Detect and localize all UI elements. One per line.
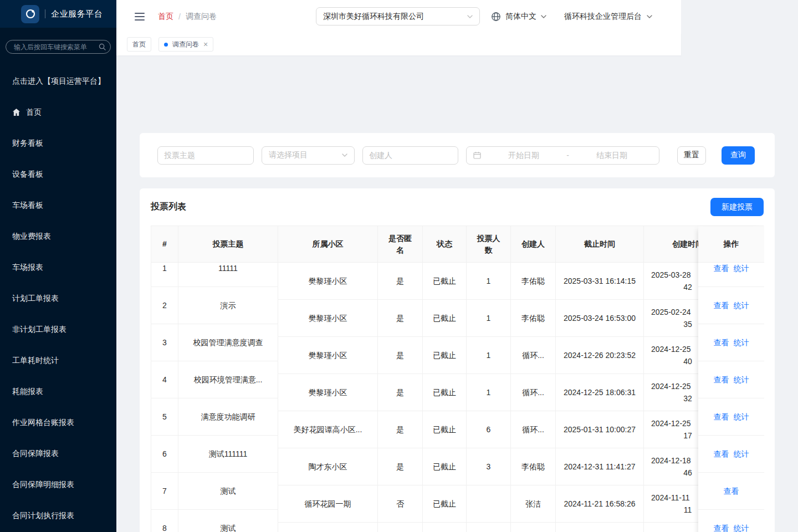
action-link[interactable]: 查看 (714, 522, 729, 532)
sidebar-menu: 点击进入【项目运营平台】首页财务看板设备看板车场看板物业费报表车场报表计划工单报… (0, 66, 116, 531)
create-vote-button[interactable]: 新建投票 (710, 198, 764, 216)
action-link[interactable]: 统计 (734, 411, 749, 423)
sidebar-item[interactable]: 合同保障明细报表 (0, 469, 116, 500)
cell-deadline: 2025-03-31 16:14:15 (556, 263, 644, 299)
cell-created: 2024-12-2517 (644, 411, 698, 448)
company-select[interactable]: 深圳市美好循环科技有限公司 (316, 7, 480, 25)
sidebar-item[interactable]: 财务看板 (0, 128, 116, 159)
action-link[interactable]: 查看 (714, 299, 729, 311)
active-dot-icon (164, 43, 168, 47)
cell-topic: 演示 (178, 287, 278, 324)
table-row: 8测试 (151, 510, 278, 532)
action-link[interactable]: 统计 (734, 263, 749, 274)
cell-created: 2025-02-2435 (644, 300, 698, 336)
table-row: 4校园环境管理满意... (151, 361, 278, 398)
sidebar-item-label: 点击进入【项目运营平台】 (12, 76, 105, 86)
sidebar-item[interactable]: 物业费报表 (0, 221, 116, 252)
sidebar-item[interactable]: 车场报表 (0, 252, 116, 283)
language-switcher[interactable]: 简体中文 (491, 0, 546, 33)
table-body-mid: 樊黎瑾小区是已截止1李佑聪2025-03-31 16:14:152025-03-… (278, 263, 698, 532)
cell-status: 已截止 (423, 263, 467, 299)
app-brand: 企业服务平台 (51, 9, 103, 19)
cell-voters: 6 (467, 411, 511, 448)
cell-index: 2 (151, 287, 178, 324)
sidebar-item-label: 作业网格台账报表 (12, 418, 74, 428)
sidebar-item[interactable]: 设备看板 (0, 159, 116, 190)
table-scroll-area[interactable]: 所属小区 是否匿名 状态 投票人数 创建人 截止时间 创建时间 樊黎瑾小区是已截… (278, 226, 698, 532)
action-link[interactable]: 统计 (734, 448, 749, 460)
sidebar-item[interactable]: 非计划工单报表 (0, 314, 116, 345)
sidebar-item[interactable]: 计划工单报表 (0, 283, 116, 314)
menu-search-input[interactable] (6, 40, 111, 54)
table-row: 樊黎瑾小区是已截止1李佑聪2025-03-24 16:53:002025-02-… (278, 300, 698, 337)
cell-voters (467, 485, 511, 522)
sidebar-item[interactable]: 作业网格台账报表 (0, 407, 116, 438)
sidebar-item-label: 车场看板 (12, 201, 43, 211)
action-link[interactable]: 统计 (734, 374, 749, 386)
menu-collapse-icon[interactable] (135, 13, 145, 21)
cell-creator: 循环... (511, 411, 556, 448)
cell-creator: 张洁 (511, 485, 556, 522)
table-row: 樊黎瑾小区是已截止1循环...2024-12-26 20:23:522024-1… (278, 337, 698, 374)
action-link[interactable]: 统计 (734, 336, 749, 349)
table-header-right: 操作 (698, 226, 764, 263)
cell-creator: 李佑聪 (511, 448, 556, 485)
workspace-switcher[interactable]: 循环科技企业管理后台 (564, 0, 652, 33)
cell-index: 5 (151, 398, 178, 435)
action-link[interactable]: 统计 (734, 522, 749, 532)
topbar: 首页 / 调查问卷 深圳市美好循环科技有限公司 简体中文 循环科技企业管理后台 (116, 0, 681, 33)
search-button[interactable]: 查询 (722, 146, 755, 165)
app-logo-icon (21, 5, 39, 23)
cell-voters: 1 (467, 374, 511, 411)
sidebar-item[interactable]: 点击进入【项目运营平台】 (0, 66, 116, 97)
sidebar-item[interactable]: 首页 (0, 97, 116, 128)
action-link[interactable]: 查看 (714, 374, 729, 386)
sidebar-item-label: 合同保障明细报表 (12, 480, 74, 490)
action-link[interactable]: 查看 (714, 336, 729, 349)
tab-home[interactable]: 首页 (127, 37, 151, 52)
cell-community: 樊黎瑾小区 (278, 337, 378, 374)
cell-created: 2024-11-1111 (644, 485, 698, 522)
table-body-left: 1111112演示3校园管理满意度调查4校园环境管理满意...5满意度功能调研6… (151, 263, 278, 532)
topic-input[interactable] (157, 146, 254, 165)
cell-index: 8 (151, 510, 178, 532)
sidebar-item[interactable]: 工单耗时统计 (0, 345, 116, 376)
sidebar-item-label: 物业费报表 (12, 232, 51, 242)
table-row: 樊黎瑾小区是已截止1李佑聪2025-03-31 16:14:152025-03-… (278, 263, 698, 300)
action-link[interactable]: 查看 (714, 448, 729, 460)
sidebar-item[interactable]: 合同计划执行报表 (0, 500, 116, 531)
creator-input[interactable] (362, 146, 458, 165)
cell-voters: 1 (467, 300, 511, 336)
table-row: 查看统计 (698, 287, 764, 324)
col-voters: 投票人数 (467, 226, 511, 262)
date-range-picker[interactable]: - (466, 146, 659, 165)
table-header-mid: 所属小区 是否匿名 状态 投票人数 创建人 截止时间 创建时间 (278, 226, 698, 263)
sidebar-item-label: 合同保障报表 (12, 449, 59, 459)
tabs-bar: 首页 调查问卷 × (116, 33, 681, 55)
home-icon (12, 109, 21, 116)
sidebar-item[interactable]: 车场看板 (0, 190, 116, 221)
breadcrumb-current: 调查问卷 (186, 12, 217, 22)
breadcrumb-home[interactable]: 首页 (158, 12, 173, 22)
reset-button[interactable]: 重置 (677, 146, 706, 165)
end-date-input[interactable] (571, 151, 652, 160)
sidebar-item-label: 合同计划执行报表 (12, 511, 74, 521)
cell-community: 樊黎瑾小区 (278, 263, 378, 299)
col-status: 状态 (423, 226, 467, 262)
action-link[interactable]: 查看 (714, 411, 729, 423)
tab-survey[interactable]: 调查问卷 × (158, 37, 213, 52)
cell-voters (467, 523, 511, 532)
action-link[interactable]: 查看 (724, 485, 739, 497)
close-icon[interactable]: × (203, 40, 208, 48)
sidebar-item[interactable]: 合同保障报表 (0, 438, 116, 469)
cell-voters: 1 (467, 263, 511, 299)
action-link[interactable]: 统计 (734, 299, 749, 311)
cell-deadline: 2024-12-26 20:23:52 (556, 337, 644, 374)
project-select[interactable]: 请选择项目 (262, 146, 355, 165)
action-link[interactable]: 查看 (714, 263, 729, 274)
start-date-input[interactable] (483, 151, 564, 160)
table-body-right: 查看统计查看统计查看统计查看统计查看统计查看统计查看查看统计 (698, 263, 764, 532)
sidebar-item[interactable]: 耗能报表 (0, 376, 116, 407)
sidebar-item-label: 设备看板 (12, 170, 43, 180)
card-head: 投票列表 新建投票 (151, 188, 764, 226)
